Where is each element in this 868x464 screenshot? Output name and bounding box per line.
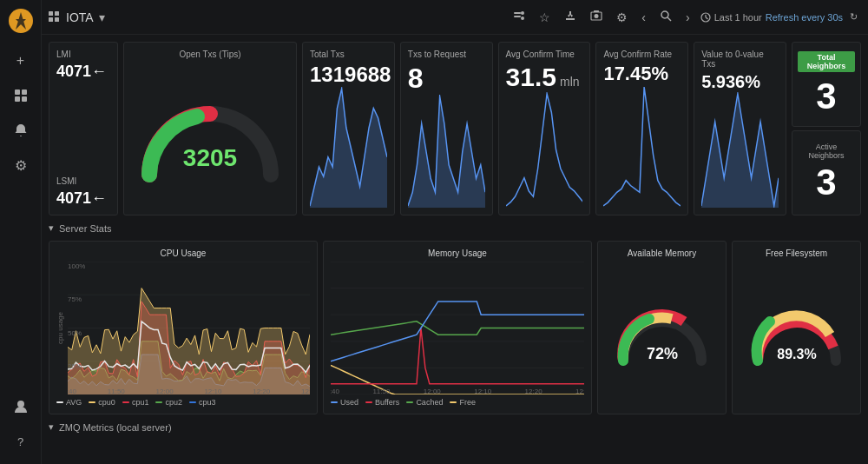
free-filesystem-gauge: 89.3% [740,262,853,407]
legend-cpu1: cpu1 [122,398,149,407]
total-txs-value: 1319688 [310,63,387,87]
available-memory-card: Available Memory 72% [597,241,727,414]
available-memory-gauge: 72% [605,262,719,407]
svg-rect-5 [22,96,27,102]
available-memory-title: Available Memory [605,249,719,258]
server-stats-section: ▾ Server Stats CPU Usage cpu usage AVG [49,222,861,414]
refresh-icon[interactable]: ↻ [846,8,861,26]
legend-used: Used [331,398,358,407]
svg-text:3205: 3205 [183,144,237,171]
legend-free: Free [450,398,476,407]
cpu-y-label: cpu usage [56,312,64,344]
topbar: IOTA ▾ ☆ ⚙ ‹ › Last 1 hour Refresh e [42,0,868,35]
sidebar-settings-icon[interactable]: ⚙ [5,149,36,181]
total-neighbors-badge: Total Neighbors [798,51,855,72]
cpu-chart-area: cpu usage [56,262,310,394]
memory-chart-title: Memory Usage [331,249,584,258]
svg-point-18 [661,11,668,18]
app-name: IOTA [66,10,94,24]
avg-confirm-chart [506,92,583,208]
txs-request-card: Txs to Request 8 [400,42,493,215]
svg-point-6 [17,401,24,408]
clock-icon [700,12,711,23]
sidebar-user-icon[interactable] [5,391,36,422]
legend-buffers: Buffers [365,398,399,407]
server-stats-header[interactable]: ▾ Server Stats [49,222,861,234]
memory-legend: Used Buffers Cached Free [331,398,584,407]
legend-cached: Cached [406,398,443,407]
charts-row: CPU Usage cpu usage AVG cpu0 cpu1 cpu2 c… [49,241,861,414]
lsmi-value: 4071← [56,189,110,208]
total-neighbors-value: 3 [816,76,836,117]
settings-icon[interactable]: ⚙ [613,7,631,28]
memory-chart-card: Memory Usage Used Buffers Cached Free [323,241,592,414]
svg-rect-4 [15,96,20,102]
nav-back-icon[interactable]: ‹ [638,7,649,28]
txs-request-label: Txs to Request [408,50,485,59]
snapshot-icon[interactable] [587,6,606,28]
open-txs-label: Open Txs (Tips) [131,50,289,59]
lsmi-label: LSMI [56,176,110,186]
svg-rect-11 [514,12,521,14]
value-0-label: Value to 0-value Txs [701,50,779,69]
main-content: IOTA ▾ ☆ ⚙ ‹ › Last 1 hour Refresh e [42,0,868,464]
nav-zoom-icon[interactable] [656,6,675,28]
dropdown-arrow[interactable]: ▾ [99,10,105,24]
legend-avg: AVG [56,398,82,407]
legend-cpu2: cpu2 [155,398,182,407]
topbar-actions: ☆ ⚙ ‹ › Last 1 hour Refresh every 30s ↻ [510,6,861,28]
total-neighbors-label: Total Neighbors [807,53,846,70]
sidebar-bottom: ? [5,391,36,457]
lmi-lsmi-card: LMI 4071← LSMI 4071← [49,42,118,215]
sidebar-dashboard-icon[interactable] [5,80,36,111]
stats-row: LMI 4071← LSMI 4071← Open Txs (Tips) [49,42,861,215]
free-fs-gauge-svg: 89.3% [749,300,845,369]
value-0-card: Value to 0-value Txs 5.936% [694,42,786,215]
gauge-svg: 3205 [132,79,288,192]
sidebar-help-icon[interactable]: ? [5,426,36,457]
dashboard-title: IOTA ▾ [49,10,105,24]
app-logo[interactable] [7,7,35,35]
active-neighbors-value: 3 [816,162,836,203]
zmq-header[interactable]: ▾ ZMQ Metrics (local server) [49,421,861,433]
sidebar: + ⚙ ? [0,0,42,464]
avg-confirm-time-value: 31.5 [506,63,556,92]
txs-request-chart [408,95,485,208]
svg-line-19 [667,17,671,21]
gauge-container: 3205 [131,63,289,208]
zmq-collapse-icon: ▾ [49,421,54,433]
time-range-label: Last 1 hour [714,12,762,23]
svg-rect-3 [22,89,27,95]
free-filesystem-title: Free Filesystem [740,249,853,258]
memory-chart-area [331,262,584,394]
dashboard-content: LMI 4071← LSMI 4071← Open Txs (Tips) [42,35,868,464]
server-stats-label: Server Stats [59,223,112,234]
lmi-label: LMI [56,50,110,59]
total-neighbors-panel: Total Neighbors 3 [792,42,861,127]
value-0-value: 5.936% [701,72,779,92]
svg-rect-17 [594,10,599,12]
share-icon[interactable] [510,6,529,28]
export-icon[interactable] [561,6,580,28]
svg-point-14 [521,17,524,20]
total-txs-chart [310,87,387,208]
cpu-legend: AVG cpu0 cpu1 cpu2 cpu3 [56,398,310,407]
collapse-icon: ▾ [49,222,54,234]
cpu-chart-title: CPU Usage [56,249,310,258]
star-icon[interactable]: ☆ [536,7,554,28]
open-txs-card: Open Txs (Tips) 3205 [123,42,297,215]
legend-cpu3: cpu3 [189,398,216,407]
refresh-label[interactable]: Refresh every 30s [766,12,843,23]
active-neighbors-panel: Active Neighbors 3 [792,130,861,215]
svg-rect-10 [55,17,59,22]
svg-rect-9 [49,17,53,22]
sidebar-add-icon[interactable]: + [5,45,36,76]
grid-icon [49,11,61,23]
avg-confirm-rate-label: Avg Confirm Rate [603,50,681,59]
active-neighbors-label: Active Neighbors [798,143,855,160]
svg-rect-7 [49,11,53,16]
nav-forward-icon[interactable]: › [682,7,694,28]
sidebar-bell-icon[interactable] [5,115,36,146]
svg-rect-8 [55,11,59,16]
svg-rect-12 [514,16,521,17]
